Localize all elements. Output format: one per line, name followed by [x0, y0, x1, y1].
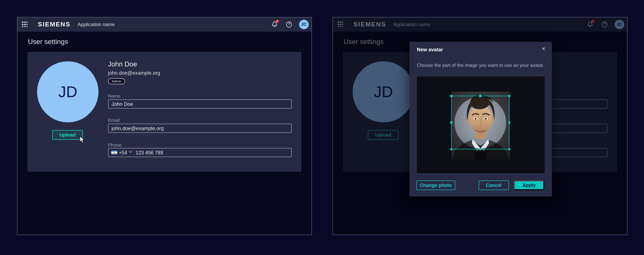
name-label: Name: [108, 93, 120, 98]
name-input[interactable]: [108, 99, 292, 108]
page-title: User settings: [28, 38, 68, 46]
app-frame-left: SIEMENS Application name 1 ? JC User set…: [17, 17, 312, 235]
close-icon[interactable]: ✕: [542, 46, 546, 51]
help-icon[interactable]: ?: [286, 22, 292, 27]
app-header: SIEMENS Application name 1 ? JC: [18, 17, 312, 32]
crop-handle[interactable]: [450, 122, 452, 124]
app-frame-right: SIEMENS Application name 1 ? JC User set…: [333, 17, 628, 235]
email-label: Email: [108, 118, 120, 123]
apply-button[interactable]: Apply: [514, 180, 544, 190]
crop-handle[interactable]: [508, 148, 510, 150]
phone-label: Phone: [108, 142, 122, 147]
new-avatar-modal: New avatar ✕ Choose the part of the imag…: [410, 42, 552, 197]
dial-code[interactable]: +54: [119, 150, 127, 155]
modal-description: Choose the part of the image you want to…: [417, 63, 545, 68]
role-badge: Admin: [108, 78, 125, 84]
profile-email: john.doe@example.org: [108, 70, 160, 76]
change-photo-button[interactable]: Change photo: [416, 180, 455, 190]
argentina-flag-icon: [112, 151, 117, 154]
screenshot-canvas: SIEMENS Application name 1 ? JC User set…: [0, 0, 644, 255]
profile-avatar: JD: [37, 61, 98, 122]
user-settings-card: JD Upload John Doe john.doe@example.org …: [27, 52, 302, 172]
cancel-button[interactable]: Cancel: [478, 180, 509, 190]
crop-handle[interactable]: [450, 148, 452, 150]
email-input[interactable]: [108, 124, 292, 133]
upload-button[interactable]: Upload: [52, 130, 83, 140]
notification-badge: 1: [276, 20, 279, 23]
app-switcher-icon[interactable]: [22, 22, 28, 27]
crop-selection-rect[interactable]: [451, 96, 510, 150]
application-name: Application name: [78, 22, 115, 27]
crop-handle[interactable]: [508, 122, 510, 124]
modal-title: New avatar: [417, 47, 443, 52]
avatar-crop-area: [417, 77, 544, 173]
profile-name: John Doe: [108, 60, 137, 68]
crop-handle[interactable]: [479, 95, 482, 97]
crop-handle[interactable]: [508, 95, 510, 97]
chevron-down-icon[interactable]: [128, 150, 132, 153]
header-user-avatar[interactable]: JC: [299, 20, 309, 29]
crop-handle[interactable]: [479, 148, 482, 150]
crop-handle[interactable]: [450, 95, 452, 97]
phone-number: 123 456 789: [136, 150, 163, 155]
siemens-logo: SIEMENS: [38, 21, 70, 28]
phone-input[interactable]: +54 123 456 789: [108, 148, 292, 157]
